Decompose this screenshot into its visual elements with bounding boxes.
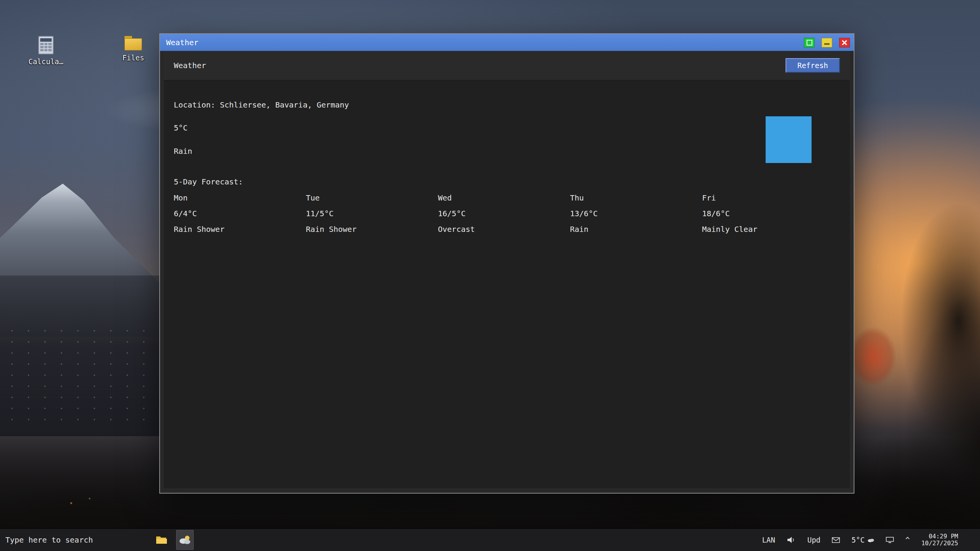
- window-controls: [804, 38, 850, 47]
- forecast-temp: 13/6°C: [570, 209, 702, 218]
- forecast-temp: 6/4°C: [174, 209, 306, 218]
- forecast-title: 5-Day Forecast:: [174, 178, 840, 186]
- tray-expand-icon[interactable]: ^: [905, 535, 910, 544]
- clock-date: 10/27/2025: [921, 540, 958, 547]
- forecast-temp: 11/5°C: [306, 209, 438, 218]
- forecast-condition: Rain: [570, 225, 702, 233]
- desktop: Calcula… Files Weather: [0, 0, 980, 551]
- refresh-button[interactable]: Refresh: [786, 58, 840, 73]
- current-condition: Rain: [174, 147, 840, 155]
- minimize-icon: [824, 43, 830, 45]
- volume-icon[interactable]: [787, 536, 796, 543]
- display-icon[interactable]: [886, 537, 894, 543]
- window-body: Weather Refresh Location: Schliersee, Ba…: [160, 51, 854, 493]
- desktop-icon-label: Calcula…: [28, 57, 64, 66]
- maximize-icon: [807, 40, 812, 46]
- updates-status[interactable]: Upd: [807, 536, 820, 544]
- forecast-day-label: Wed: [438, 194, 570, 202]
- window-titlebar[interactable]: Weather: [160, 34, 854, 51]
- close-button[interactable]: [839, 38, 850, 47]
- calculator-icon-screen: [40, 38, 52, 42]
- folder-icon: [124, 36, 142, 51]
- forecast-day-label: Mon: [174, 194, 306, 202]
- weather-content: Location: Schliersee, Bavaria, Germany 5…: [164, 81, 850, 488]
- taskbar-search-input[interactable]: Type here to search: [0, 535, 152, 544]
- desktop-icon-label: Files: [122, 54, 144, 62]
- app-title: Weather: [174, 61, 206, 70]
- forecast-column-mon: Mon 6/4°C Rain Shower: [174, 194, 306, 241]
- desktop-icon-calculator[interactable]: Calcula…: [23, 36, 69, 66]
- forecast-day-label: Tue: [306, 194, 438, 202]
- mail-icon[interactable]: [832, 537, 840, 543]
- maximize-button[interactable]: [804, 38, 815, 47]
- clock-time: 04:29 PM: [921, 533, 958, 540]
- location-text: Location: Schliersee, Bavaria, Germany: [174, 101, 840, 109]
- forecast-condition: Rain Shower: [306, 225, 438, 233]
- taskbar-weather-button[interactable]: [176, 530, 194, 550]
- weather-window: Weather Weather Refresh Location: Schlie…: [159, 33, 854, 494]
- tray-weather-status[interactable]: 5°C: [851, 536, 874, 544]
- forecast-condition: Rain Shower: [174, 225, 306, 233]
- app-header: Weather Refresh: [164, 51, 850, 81]
- wallpaper-lanterns: [57, 492, 103, 515]
- forecast-column-wed: Wed 16/5°C Overcast: [438, 194, 570, 241]
- taskbar: Type here to search LAN: [0, 528, 980, 551]
- lan-status[interactable]: LAN: [762, 536, 775, 544]
- folder-icon: [155, 535, 167, 544]
- forecast-condition: Overcast: [438, 225, 570, 233]
- calculator-icon-keys: [40, 43, 52, 51]
- taskbar-clock[interactable]: 04:29 PM 10/27/2025: [921, 533, 958, 547]
- close-icon: [842, 40, 847, 45]
- weather-app-icon: [179, 535, 191, 545]
- forecast-day-label: Thu: [570, 194, 702, 202]
- calculator-icon: [38, 36, 54, 54]
- forecast-column-fri: Fri 18/6°C Mainly Clear: [702, 194, 834, 241]
- folder-icon-body: [124, 38, 142, 51]
- forecast-grid: Mon 6/4°C Rain Shower Tue 11/5°C Rain Sh…: [174, 194, 840, 241]
- taskbar-apps: [152, 530, 194, 550]
- minimize-button[interactable]: [822, 38, 832, 47]
- system-tray: LAN Upd 5°C: [762, 533, 980, 547]
- forecast-day-label: Fri: [702, 194, 834, 202]
- desktop-icon-files[interactable]: Files: [110, 36, 156, 62]
- taskbar-files-button[interactable]: [152, 530, 170, 550]
- forecast-column-thu: Thu 13/6°C Rain: [570, 194, 702, 241]
- forecast-temp: 18/6°C: [702, 209, 834, 218]
- forecast-temp: 16/5°C: [438, 209, 570, 218]
- current-temperature: 5°C: [174, 124, 840, 132]
- cloud-icon: [867, 538, 874, 542]
- forecast-condition: Mainly Clear: [702, 225, 834, 233]
- current-weather-icon: [766, 116, 812, 163]
- tray-temperature: 5°C: [851, 536, 864, 544]
- forecast-column-tue: Tue 11/5°C Rain Shower: [306, 194, 438, 241]
- window-title: Weather: [166, 38, 198, 47]
